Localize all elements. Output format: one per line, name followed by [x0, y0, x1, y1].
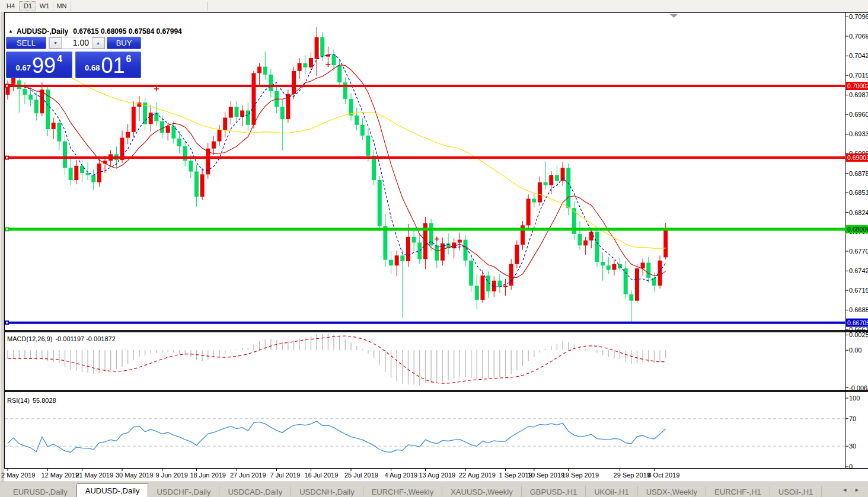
chart-canvas[interactable]: 0.709650.706950.704200.701500.698750.696… — [0, 12, 868, 482]
timeframe-button-h4[interactable]: H4 — [2, 1, 20, 11]
price-badge-label: 0.68006 — [847, 226, 868, 233]
candle-body — [263, 67, 267, 75]
candle-body — [171, 126, 175, 139]
candle-body — [395, 255, 399, 265]
tab-ukoil-h1[interactable]: UKOil-,H1 — [586, 486, 638, 497]
tab-usoil-h1[interactable]: USOil-,H1 — [770, 486, 822, 497]
candle-body — [320, 37, 324, 57]
price-tick-label: 0.68515 — [849, 189, 868, 196]
candle-body — [17, 81, 21, 89]
symbol-tabs: EURUSD-,DailyAUDUSD-,DailyUSDCHF-,DailyU… — [0, 483, 822, 497]
candle-body — [555, 175, 559, 181]
chart-bottom-border — [4, 468, 868, 469]
price-tick-label: 0.68785 — [849, 170, 868, 177]
candle-body — [309, 58, 313, 68]
candle-body — [223, 118, 227, 130]
rsi-value: 55.8028 — [33, 397, 56, 404]
tab-gbpusd-h1[interactable]: GBPUSD-,H1 — [522, 486, 586, 497]
buy-button[interactable]: BUY — [107, 37, 141, 49]
tab-scroll-left-icon[interactable]: ◄ — [838, 487, 851, 493]
price-tick-label: 0.67155 — [849, 287, 868, 294]
hline-anchor-center — [6, 85, 8, 87]
timeframe-button-w1[interactable]: W1 — [36, 1, 53, 11]
buy-price-box[interactable]: 0.68016 — [75, 52, 142, 78]
timeframe-buttons: H4D1W1MN — [2, 1, 71, 11]
price-tick-label: 0.68240 — [849, 209, 868, 216]
date-tick-label: 30 May 2019 — [116, 472, 154, 479]
candle-body — [91, 175, 95, 182]
date-tick-label: 29 Sep 2019 — [614, 472, 650, 479]
candle-body — [509, 264, 513, 286]
price-badge-label: 0.70002 — [847, 82, 868, 89]
volume-decrease-button[interactable]: ▼ — [49, 37, 62, 49]
candle-body — [629, 294, 633, 301]
candle-body — [28, 95, 33, 100]
candle-body — [132, 107, 136, 132]
price-tick-label: 0.70150 — [849, 72, 868, 79]
price-tick-label: 0.70965 — [849, 13, 868, 20]
candle-body — [469, 261, 473, 286]
candle-body — [257, 67, 261, 73]
hline-anchor-center — [6, 322, 8, 323]
price-tick-label: 0.67700 — [849, 248, 868, 255]
candle-body — [641, 262, 645, 268]
macd-tick-label: -0.006326 — [849, 384, 868, 392]
rsi-tick-label: 0 — [849, 463, 853, 470]
timeframe-button-mn[interactable]: MN — [53, 1, 71, 11]
candle-body — [549, 175, 553, 185]
macd-rsi-separator[interactable] — [4, 390, 868, 392]
volume-increase-button[interactable]: ▲ — [92, 37, 104, 49]
candle-body — [663, 230, 668, 257]
tab-xauusd-weekly[interactable]: XAUUSD-,Weekly — [442, 486, 522, 497]
main-macd-separator[interactable] — [4, 330, 868, 332]
macd-label: MACD(12,26,9)-0.001197 -0.001872 — [7, 335, 116, 342]
candle-body — [74, 166, 78, 180]
candle-body — [229, 107, 233, 117]
tab-eurchf-weekly[interactable]: EURCHF-,Weekly — [363, 486, 443, 497]
candle-body — [212, 142, 216, 149]
collapse-triangle-icon[interactable]: ▲ — [8, 28, 13, 34]
tab-usdx-weekly[interactable]: USDX-,Weekly — [638, 486, 706, 497]
candle-body — [400, 255, 404, 261]
candle-body — [652, 278, 656, 286]
candle-body — [355, 116, 359, 125]
price-tick-label: 0.67425 — [849, 267, 868, 274]
sell-price-box[interactable]: 0.67994 — [6, 52, 72, 78]
tab-scroll-right-icon[interactable]: ► — [851, 487, 863, 493]
tab-usdcnh-daily[interactable]: USDCNH-,Daily — [291, 486, 363, 497]
sell-button[interactable]: SELL — [6, 37, 46, 49]
date-tick-label: 12 May 2019 — [42, 472, 79, 479]
chart-ohlc-title: ▲AUDUSD-,Daily0.67615 0.68095 0.67584 0.… — [8, 27, 182, 36]
tab-usdchf-daily[interactable]: USDCHF-,Daily — [148, 486, 219, 497]
buy-price-prefix: 0.68 — [85, 63, 100, 72]
candle-body — [149, 113, 153, 124]
price-tick-label: 0.69330 — [849, 130, 868, 137]
candle-body — [366, 136, 370, 156]
volume-spinner: ▼ 1.00 ▲ — [49, 37, 105, 49]
candle-body — [646, 262, 650, 277]
tab-usdcad-daily[interactable]: USDCAD-,Daily — [219, 486, 291, 497]
date-tick-label: 9 Jun 2019 — [156, 472, 188, 479]
tab-eurusd-daily[interactable]: EURUSD-,Daily — [5, 486, 76, 497]
candle-body — [349, 99, 353, 116]
tab-scroll-controls: ◄ ► — [838, 482, 868, 497]
sell-price-big: 99 — [32, 54, 56, 77]
tab-audusd-daily[interactable]: AUDUSD-,Daily — [76, 483, 149, 497]
candle-body — [235, 107, 239, 117]
candle-body — [464, 240, 468, 261]
timeframe-button-d1[interactable]: D1 — [20, 1, 36, 11]
candle-body — [166, 126, 170, 133]
candle-body — [40, 89, 44, 113]
volume-input[interactable]: 1.00 — [62, 37, 92, 49]
rsi-label: RSI(14)55.8028 — [7, 397, 56, 404]
rsi-tick-label: 30 — [849, 443, 856, 450]
toolbar-separator — [207, 2, 208, 11]
candle-body — [658, 261, 662, 286]
candle-body — [515, 245, 519, 264]
tab-eurchf-h1[interactable]: EURCHF-,H1 — [706, 486, 770, 497]
date-tick-label: 10 Sep 2019 — [528, 472, 564, 479]
candle-body — [298, 63, 302, 70]
candle-body — [34, 100, 39, 113]
price-tick-label: 0.69875 — [849, 91, 868, 98]
candle-body — [503, 286, 508, 287]
